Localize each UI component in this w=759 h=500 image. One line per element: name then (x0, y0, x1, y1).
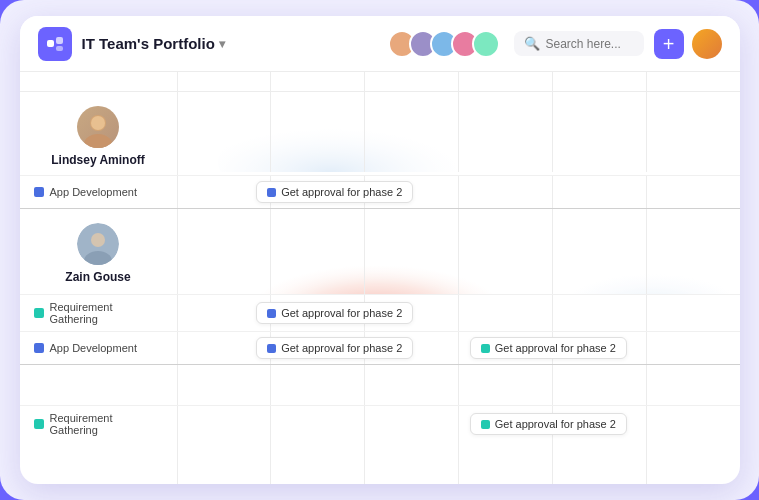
user-avatar[interactable] (692, 29, 722, 59)
svg-point-8 (91, 233, 105, 247)
person-name-lindsey: Lindsey Aminoff (51, 153, 145, 167)
empty-space (20, 442, 740, 484)
add-button[interactable]: + (654, 29, 684, 59)
dot-teal (34, 419, 44, 429)
title-text: IT Team's Portfolio (82, 35, 215, 52)
dot-blue (34, 343, 44, 353)
task-label-3-reqgather: Requirement Gathering (20, 406, 178, 442)
chip-3-reqgather-1[interactable]: Get approval for phase 2 (470, 413, 627, 435)
task-name: App Development (50, 342, 137, 354)
task-row-zain-reqgather: Requirement Gathering (20, 294, 740, 331)
person-info-lindsey: Lindsey Aminoff (20, 92, 178, 175)
search-box[interactable]: 🔍 (514, 31, 644, 56)
svg-point-5 (91, 116, 105, 130)
task-label-zain-appdev: App Development (20, 332, 178, 364)
chip-dot-blue (267, 188, 276, 197)
chip-dot-blue (267, 309, 276, 318)
person-section-3: Requirement Gathering (20, 365, 740, 484)
person-grid-lindsey (178, 92, 740, 172)
wave-lindsey (178, 92, 740, 172)
task-row-3-reqgather: Requirement Gathering (20, 405, 740, 442)
content-area: Lindsey Aminoff (20, 72, 740, 484)
task-row-zain-appdev: App Development Get (20, 331, 740, 364)
svg-rect-0 (47, 40, 54, 47)
task-name: Requirement Gathering (50, 301, 163, 325)
chip-zain-appdev-1[interactable]: Get approval for phase 2 (256, 337, 413, 359)
header: IT Team's Portfolio ▾ 🔍 + (20, 16, 740, 72)
chip-text: Get approval for phase 2 (281, 186, 402, 198)
person-info-3 (20, 365, 178, 405)
dot-blue (34, 187, 44, 197)
person-info-zain: Zain Gouse (20, 209, 178, 294)
search-icon: 🔍 (524, 36, 540, 51)
avatar-zain (77, 223, 119, 265)
person-section-lindsey: Lindsey Aminoff (20, 92, 740, 209)
task-label-zain-reqgather: Requirement Gathering (20, 295, 178, 331)
logo (38, 27, 72, 61)
task-name: App Development (50, 186, 137, 198)
svg-rect-2 (56, 46, 63, 51)
svg-point-4 (84, 134, 112, 148)
team-avatars (388, 30, 500, 58)
task-grid-zain-reqgather: Get approval for phase 2 (178, 295, 740, 331)
dot-teal (34, 308, 44, 318)
person-header-lindsey: Lindsey Aminoff (20, 92, 740, 175)
chip-dot-teal (481, 420, 490, 429)
task-grid-lindsey-appdev: Get approval for phase 2 (178, 176, 740, 208)
chevron-down-icon: ▾ (219, 37, 225, 51)
chip-zain-appdev-2[interactable]: Get approval for phase 2 (470, 337, 627, 359)
chip-lindsey-appdev-1[interactable]: Get approval for phase 2 (256, 181, 413, 203)
person-section-zain: Zain Gouse (20, 209, 740, 365)
task-label-lindsey-appdev: App Development (20, 176, 178, 208)
task-grid-zain-appdev: Get approval for phase 2 Get approval fo… (178, 332, 740, 364)
wave-zain (178, 209, 740, 294)
chip-text: Get approval for phase 2 (495, 418, 616, 430)
task-row-lindsey-appdev: App Development (20, 175, 740, 208)
column-headers (20, 72, 740, 92)
search-input[interactable] (546, 37, 636, 51)
chip-text: Get approval for phase 2 (281, 307, 402, 319)
avatar (472, 30, 500, 58)
chip-text: Get approval for phase 2 (281, 342, 402, 354)
chip-zain-reqgather-1[interactable]: Get approval for phase 2 (256, 302, 413, 324)
portfolio-title[interactable]: IT Team's Portfolio ▾ (82, 35, 225, 52)
person-grid-zain (178, 209, 740, 294)
svg-rect-1 (56, 37, 63, 44)
app-frame: IT Team's Portfolio ▾ 🔍 + (0, 0, 759, 500)
task-name: Requirement Gathering (50, 412, 163, 436)
svg-point-6 (218, 107, 539, 172)
chip-dot-blue (267, 344, 276, 353)
avatar-lindsey (77, 106, 119, 148)
chip-dot-teal (481, 344, 490, 353)
task-grid-3-reqgather: Get approval for phase 2 (178, 406, 740, 442)
person-name-zain: Zain Gouse (65, 270, 130, 284)
main-window: IT Team's Portfolio ▾ 🔍 + (20, 16, 740, 484)
person-header-3 (20, 365, 740, 405)
person-header-zain: Zain Gouse (20, 209, 740, 294)
chip-text: Get approval for phase 2 (495, 342, 616, 354)
person-grid-3 (178, 365, 740, 405)
